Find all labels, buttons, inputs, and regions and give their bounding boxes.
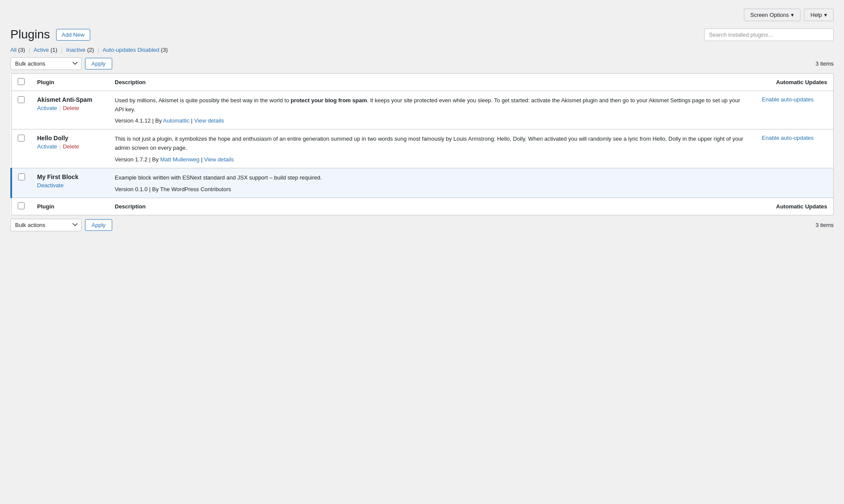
- auto-updates-column-footer: Automatic Updates: [756, 198, 834, 215]
- add-new-button[interactable]: Add New: [56, 29, 90, 41]
- plugin-description-cell-2: Example block written with ESNext standa…: [109, 168, 756, 198]
- plugin-column-header: Plugin: [31, 73, 109, 91]
- screen-options-chevron-icon: ▾: [791, 12, 794, 18]
- select-all-checkbox[interactable]: [18, 78, 25, 85]
- action-separator: |: [59, 105, 60, 111]
- plugin-column-footer: Plugin: [31, 198, 109, 215]
- plugin-actions-1: Activate|Delete: [37, 143, 103, 150]
- plugin-meta-0: Version 4.1.12 | By Automattic | View de…: [115, 117, 750, 124]
- plugin-action-activate-0[interactable]: Activate: [37, 105, 57, 111]
- items-count-top: 3 items: [816, 60, 834, 67]
- screen-options-button[interactable]: Screen Options ▾: [744, 9, 801, 21]
- plugin-autoupdates-cell-2: [756, 168, 834, 198]
- plugin-actions-0: Activate|Delete: [37, 105, 103, 111]
- plugin-name-0: Akismet Anti-Spam: [37, 96, 103, 103]
- plugin-viewdetails-link-0[interactable]: View details: [194, 117, 224, 124]
- plugin-name-2: My First Block: [37, 173, 103, 180]
- plugin-author-link-0[interactable]: Automattic: [163, 117, 189, 124]
- plugin-action-delete-1[interactable]: Delete: [63, 143, 79, 150]
- description-column-header: Description: [109, 73, 756, 91]
- plugin-checkbox-0[interactable]: [18, 96, 25, 103]
- action-separator: |: [59, 143, 60, 150]
- search-input[interactable]: [704, 28, 834, 41]
- select-all-footer-checkbox[interactable]: [18, 202, 25, 209]
- plugin-name-cell: Hello DollyActivate|Delete: [31, 129, 109, 168]
- apply-top-button[interactable]: Apply: [85, 58, 112, 69]
- enable-auto-updates-link-1[interactable]: Enable auto-updates: [762, 135, 814, 141]
- plugin-autoupdates-cell-1: Enable auto-updates: [756, 129, 834, 168]
- plugin-meta-1: Version 1.7.2 | By Matt Mullenweg | View…: [115, 156, 750, 163]
- table-header-row: Plugin Description Automatic Updates: [11, 73, 834, 91]
- filter-auto-updates-disabled[interactable]: Auto-updates Disabled: [103, 47, 160, 53]
- plugin-desc-text-1: This is not just a plugin, it symbolizes…: [115, 135, 750, 153]
- plugin-meta-2: Version 0.1.0 | By The WordPress Contrib…: [115, 186, 750, 192]
- plugin-desc-text-2: Example block written with ESNext standa…: [115, 173, 750, 183]
- table-row: My First BlockDeactivateExample block wr…: [11, 168, 834, 198]
- filter-active[interactable]: Active: [34, 47, 49, 53]
- help-button[interactable]: Help ▾: [804, 9, 834, 21]
- plugin-desc-text-0: Used by millions, Akismet is quite possi…: [115, 96, 750, 114]
- plugin-viewdetails-link-1[interactable]: View details: [204, 156, 234, 163]
- plugin-description-cell-1: This is not just a plugin, it symbolizes…: [109, 129, 756, 168]
- plugin-action-activate-1[interactable]: Activate: [37, 143, 57, 150]
- bulk-actions-bottom-select[interactable]: Bulk actions Activate Deactivate Update …: [10, 219, 82, 231]
- table-footer-row: Plugin Description Automatic Updates: [11, 198, 834, 215]
- help-chevron-icon: ▾: [824, 12, 827, 18]
- select-all-footer[interactable]: [11, 198, 31, 215]
- apply-bottom-button[interactable]: Apply: [85, 219, 112, 231]
- filter-all[interactable]: All: [10, 47, 16, 53]
- filter-links: All (3) | Active (1) | Inactive (2) | Au…: [10, 47, 168, 53]
- enable-auto-updates-link-0[interactable]: Enable auto-updates: [762, 96, 814, 103]
- filter-inactive[interactable]: Inactive: [66, 47, 85, 53]
- plugin-action-delete-0[interactable]: Delete: [63, 105, 79, 111]
- row-checkbox-cell: [11, 168, 31, 198]
- screen-options-label: Screen Options: [750, 12, 789, 18]
- select-all-header[interactable]: [11, 73, 31, 91]
- plugin-actions-2: Deactivate: [37, 182, 103, 189]
- plugins-table: Plugin Description Automatic Updates Aki…: [10, 73, 834, 215]
- row-checkbox-cell: [11, 91, 31, 129]
- description-column-footer: Description: [109, 198, 756, 215]
- plugin-name-cell: My First BlockDeactivate: [31, 168, 109, 198]
- table-row: Akismet Anti-SpamActivate|DeleteUsed by …: [11, 91, 834, 129]
- row-checkbox-cell: [11, 129, 31, 168]
- plugin-checkbox-1[interactable]: [18, 135, 25, 142]
- page-title: Plugins: [10, 28, 50, 41]
- auto-updates-column-header: Automatic Updates: [756, 73, 834, 91]
- plugin-autoupdates-cell-0: Enable auto-updates: [756, 91, 834, 129]
- table-row: Hello DollyActivate|DeleteThis is not ju…: [11, 129, 834, 168]
- bulk-actions-top-select[interactable]: Bulk actions Activate Deactivate Update …: [10, 57, 82, 70]
- plugin-action-deactivate-2[interactable]: Deactivate: [37, 182, 63, 189]
- plugin-author-link-1[interactable]: Matt Mullenweg: [160, 156, 199, 163]
- plugin-checkbox-2[interactable]: [18, 173, 25, 180]
- plugin-description-cell-0: Used by millions, Akismet is quite possi…: [109, 91, 756, 129]
- items-count-bottom: 3 items: [816, 222, 834, 228]
- help-label: Help: [810, 12, 822, 18]
- plugin-name-cell: Akismet Anti-SpamActivate|Delete: [31, 91, 109, 129]
- plugin-name-1: Hello Dolly: [37, 135, 103, 142]
